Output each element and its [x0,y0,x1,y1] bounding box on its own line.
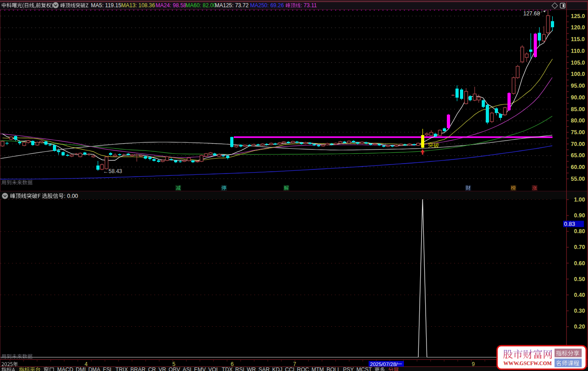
svg-text:VOL: VOL [209,366,219,371]
svg-text:MA5: 119.15: MA5: 119.15 [91,2,121,9]
svg-text:CR: CR [148,366,156,371]
svg-text:0.60: 0.60 [574,260,585,267]
svg-text:PSY: PSY [343,366,354,371]
svg-text:DMI: DMI [76,366,86,371]
svg-text:TDX: TDX [222,366,232,371]
svg-text:80.00: 80.00 [571,117,585,124]
svg-text:110.0: 110.0 [571,48,585,54]
svg-text:KDJ: KDJ [272,366,283,371]
svg-text:MA60: 82.00: MA60: 82.00 [185,2,216,9]
svg-text:BRAR: BRAR [130,366,146,371]
svg-text:MA24: 98.58: MA24: 98.58 [156,2,186,9]
svg-text:0.80: 0.80 [574,228,585,235]
svg-text:MTM: MTM [312,366,324,371]
svg-text:0.70: 0.70 [574,244,585,250]
svg-text:55.00: 55.00 [571,176,585,182]
svg-text:120.0: 120.0 [571,24,585,31]
svg-text:MA13: 108.36: MA13: 108.36 [121,2,155,9]
svg-text:ASI: ASI [183,366,191,371]
svg-text:WWW.GSCFW.COM: WWW.GSCFW.COM [503,360,552,366]
svg-text:0.30: 0.30 [574,308,585,314]
svg-text:RSI: RSI [235,366,244,371]
svg-text:65.00: 65.00 [571,152,585,159]
svg-text:MA250: 69.26: MA250: 69.26 [250,2,284,9]
svg-text:115.0: 115.0 [571,36,585,42]
svg-text:0.50: 0.50 [574,276,585,282]
svg-text:SAR: SAR [258,366,270,371]
svg-text:EMV: EMV [194,366,206,371]
svg-text:90.00: 90.00 [571,94,585,101]
svg-text:100.0: 100.0 [571,71,585,77]
svg-text:0.83: 0.83 [564,221,575,227]
svg-text:70.00: 70.00 [571,141,585,147]
svg-text:MA125: 73.72: MA125: 73.72 [215,2,249,9]
svg-text:ROC: ROC [297,366,309,371]
svg-text:TRIX: TRIX [115,366,128,371]
svg-text:60.00: 60.00 [571,164,585,170]
svg-text:FSL: FSL [103,366,113,371]
svg-text:85.00: 85.00 [571,106,585,113]
svg-text:105.0: 105.0 [571,60,585,66]
svg-text:9: 9 [472,361,475,367]
svg-text:127.68: 127.68 [523,10,540,17]
svg-text:2025/07/28/: 2025/07/28/ [370,362,398,367]
svg-text:MCST: MCST [356,366,372,371]
svg-text:BOLL: BOLL [327,366,341,371]
svg-text:CCI: CCI [285,366,294,371]
svg-text:0.90: 0.90 [574,212,585,219]
svg-text:125.0: 125.0 [571,13,585,19]
svg-text:: 0.00: : 0.00 [64,193,78,199]
svg-text:DMA: DMA [88,366,100,371]
svg-text:0.20: 0.20 [574,324,585,330]
svg-text:95.00: 95.00 [571,83,585,89]
svg-text:75.00: 75.00 [571,129,585,136]
svg-text:0.40: 0.40 [574,292,585,298]
svg-text:1.00: 1.00 [574,197,585,203]
svg-text:: 73.11: : 73.11 [301,2,317,9]
svg-text:OBV: OBV [169,366,180,371]
svg-text:WR: WR [247,366,256,371]
svg-text:MACD: MACD [57,366,74,371]
svg-text:VR: VR [158,366,166,371]
svg-text:←58.43: ←58.43 [103,168,122,174]
